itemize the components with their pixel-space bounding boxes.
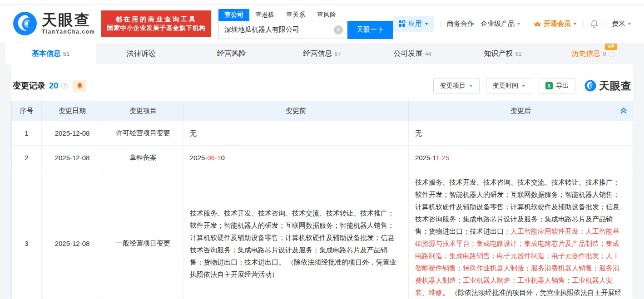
tab-history-info[interactable]: VIP 历史信息 9 ? [548,43,639,64]
tianyancha-logo-icon [13,11,37,36]
logo-text: 天眼查 TianYanCha.com [42,12,95,35]
tianyancha-logo[interactable]: 天眼查 TianYanCha.com [13,11,95,36]
clear-icon[interactable]: ✕ [334,25,343,34]
apps-grid-icon [398,20,406,27]
user-menu[interactable]: 费米 [612,20,631,28]
search-input-wrap: ✕ [218,21,347,39]
search-row: ✕ 天眼一下 [218,21,393,39]
table-row: 3 2025-12-08 一般经营项目变更 技术服务、技术开发、技术咨询、技术交… [12,170,633,299]
row-date: 2025-12-08 [42,146,103,170]
tab-company-development[interactable]: 公司发展 44 [367,43,458,64]
user-caret-icon [628,23,631,25]
row-item: 许可经营项目变更 [103,121,183,146]
filter-change-time-button[interactable]: 变更时间 [486,78,532,93]
search-tab-relation[interactable]: 查关系 [280,9,311,21]
tab-business-info[interactable]: 经营信息 67 [277,43,367,64]
header-before: 变更前 [183,101,409,121]
export-button[interactable]: X 导出 [539,78,575,93]
header-date: 变更日期 [42,101,103,121]
open-vip-label: 开通会员 [544,20,571,28]
tab-label: 历史信息 [571,49,600,59]
change-record-header: 变更记录 20 ? 变更项目 变更时间 X 导出 [11,64,633,101]
after-text: 。 （除依法须经批准的项目外，凭营业执照依法自主开展经营活动） [415,289,621,299]
chevron-down-icon [522,85,525,87]
brand-domain: TianYanCha.com [42,29,95,35]
section-help-icon[interactable]: ? [61,83,68,89]
promo-line-2: 国家中小企业发展子基金旗下机构 [107,24,206,33]
before-text: 技术服务、技术开发、技术咨询、技术交流、技术转让、技术推广；软件开发；智能机器人… [190,209,396,278]
company-tabbar: 基本信息 51 法律诉讼 经营风险 经营信息 67 公司发展 44 知识产权 6… [0,43,644,64]
tab-count: 67 [334,50,341,57]
tab-count: 51 [63,50,69,57]
tab-count: 44 [425,50,431,57]
table-actions: 变更项目 变更时间 X 导出 天眼查 [433,78,632,93]
tab-operating-risk[interactable]: 经营风险 [186,43,277,64]
row-item: 一般经营项目变更 [103,170,183,299]
before-cell: 技术服务、技术开发、技术咨询、技术交流、技术转让、技术推广；软件开发；智能机器人… [183,170,409,299]
nav-separator [440,20,441,27]
enterprise-caret-icon [517,23,520,25]
nav-enterprise[interactable]: 企业级产品 [481,20,520,28]
row-no: 1 [12,121,42,146]
search-input[interactable] [218,21,347,39]
after-text: 2025-1 [415,154,436,162]
before-cell: 无 [183,121,409,146]
search-button[interactable]: 天眼一下 [347,21,393,39]
header-after: 变更后 [409,101,633,121]
crown-icon [534,20,541,27]
watermark-text: 天眼查 [599,79,632,93]
row-date: 2025-12-08 [42,170,103,299]
apps-caret-icon [425,23,428,25]
header-nav: 应用 商务合作 企业级产品 开通会员 费米 [393,16,631,32]
vip-badge: VIP [605,44,617,50]
section-title: 变更记录 [13,80,45,91]
notifications-bell-icon[interactable] [590,20,599,28]
filter-change-item-label: 变更项目 [440,82,466,90]
row-no: 2 [12,146,42,170]
before-cell: 2025-06-10 [183,146,409,170]
brand-name: 天眼查 [42,12,95,28]
tab-label: 法律诉讼 [127,49,156,59]
tab-intellectual-property[interactable]: 知识产权 62 [458,43,548,64]
search-tabs: 查公司 查老板 查关系 查风险 [218,9,393,21]
after-text: 无 [415,129,422,137]
nav-separator [583,20,584,27]
header-item: 变更项目 [103,101,183,121]
open-vip-link[interactable]: 开通会员 [534,20,577,28]
after-text: 技术服务、技术开发、技术咨询、技术交流、技术转让、技术推广；软件开发；智能机器人… [415,178,619,235]
subscribe-bell-button[interactable] [73,80,86,92]
search-tab-company[interactable]: 查公司 [218,9,249,21]
nav-enterprise-label: 企业级产品 [481,20,515,28]
after-text-changed: ；人工智能应用软件开发；人工智能基础资源与技术平台；集成电路设计；集成电路芯片及… [415,227,619,296]
bell-icon [76,82,83,89]
after-text-changed: 1-25 [436,154,450,162]
filter-change-time-label: 变更时间 [493,82,518,90]
header-no: 序号 [12,101,42,121]
nav-cooperation[interactable]: 商务合作 [447,20,474,28]
after-cell: 技术服务、技术开发、技术咨询、技术交流、技术转让、技术推广；软件开发；智能机器人… [409,170,633,299]
vip-caret-icon [573,23,577,25]
collapse-icon[interactable] [620,107,627,116]
tab-count: 62 [515,50,522,57]
filter-change-item-button[interactable]: 变更项目 [433,78,480,93]
after-cell: 2025-11-25 [409,146,633,170]
tab-legal-proceedings[interactable]: 法律诉讼 [96,43,186,64]
tab-label: 经营信息 [303,49,332,59]
search-tab-risk[interactable]: 查风险 [311,9,342,21]
search-tab-boss[interactable]: 查老板 [249,9,280,21]
tab-basic-info[interactable]: 基本信息 51 [5,43,96,64]
promo-banner: 都在用的商业查询工具 国家中小企业发展子基金旗下机构 [101,10,211,37]
table-row: 1 2025-12-08 许可经营项目变更 无 无 [12,121,633,146]
tab-count: 9 [603,50,606,57]
site-header: 天眼查 TianYanCha.com 都在用的商业查询工具 国家中小企业发展子基… [0,5,644,43]
promo-line-1: 都在用的商业查询工具 [107,15,206,24]
table-header-row: 序号 变更日期 变更项目 变更前 变更后 [12,101,633,121]
apps-button[interactable]: 应用 [393,16,434,32]
row-no: 3 [12,170,42,299]
help-icon[interactable]: ? [609,50,615,57]
search-block: 查公司 查老板 查关系 查风险 ✕ 天眼一下 [218,9,393,39]
before-text: 0 [221,154,224,162]
watermark-logo-icon [585,80,596,92]
chevron-down-icon [469,85,473,87]
before-text: 无 [190,129,197,137]
